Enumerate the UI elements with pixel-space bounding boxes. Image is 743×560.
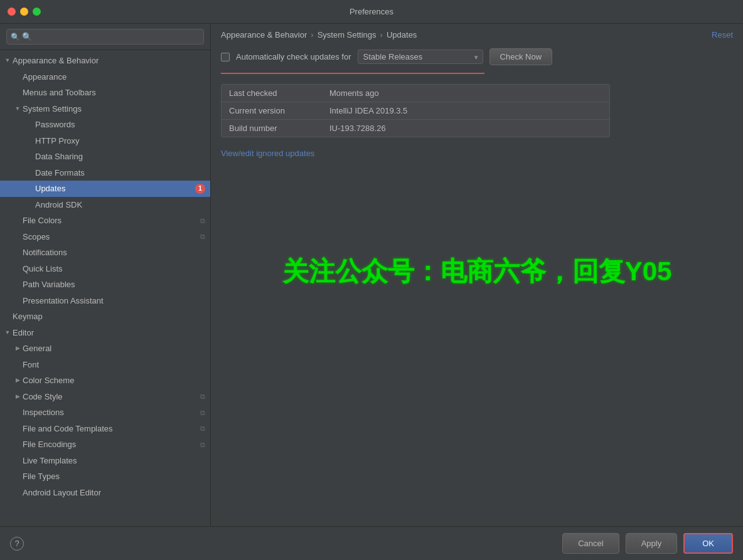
sidebar-item-system-settings[interactable]: ▼ System Settings [0, 101, 210, 117]
breadcrumb: Appearance & Behavior › System Settings … [221, 30, 417, 40]
sidebar-item-path-variables[interactable]: Path Variables [0, 277, 210, 293]
minimize-button[interactable] [20, 8, 28, 16]
release-channel-dropdown-wrap: Stable Releases Beta Releases Early Acce… [358, 50, 483, 64]
check-now-button[interactable]: Check Now [489, 48, 552, 65]
build-number-row: Build number IU-193.7288.26 [222, 120, 609, 137]
sidebar-item-inspections[interactable]: Inspections ⧉ [0, 404, 210, 421]
content-body: Automatically check updates for Stable R… [211, 43, 743, 526]
last-checked-key: Last checked [229, 88, 329, 98]
sidebar-item-presentation-assistant[interactable]: Presentation Assistant [0, 293, 210, 309]
maximize-button[interactable] [33, 8, 41, 16]
sidebar-item-passwords[interactable]: Passwords [0, 117, 210, 133]
build-number-key: Build number [229, 124, 329, 133]
breadcrumb-sep2: › [380, 30, 383, 40]
sidebar-item-http-proxy[interactable]: HTTP Proxy [0, 133, 210, 149]
help-button[interactable]: ? [10, 537, 24, 551]
triangle-icon: ▼ [13, 105, 23, 114]
sidebar-item-android-sdk[interactable]: Android SDK [0, 197, 210, 213]
sidebar: 🔍 ▼ Appearance & Behavior Appearance [0, 24, 211, 526]
window-controls [8, 8, 41, 16]
build-number-val: IU-193.7288.26 [329, 124, 386, 133]
sidebar-item-updates[interactable]: Updates 1 [0, 181, 210, 197]
sidebar-item-file-encodings[interactable]: File Encodings ⧉ [0, 436, 210, 453]
sidebar-item-android-layout-editor[interactable]: Android Layout Editor [0, 485, 210, 501]
breadcrumb-part1: Appearance & Behavior [221, 30, 307, 40]
cancel-button[interactable]: Cancel [562, 533, 619, 554]
sidebar-item-live-templates[interactable]: Live Templates [0, 453, 210, 469]
external-icon: ⧉ [200, 423, 205, 434]
reset-link[interactable]: Reset [712, 30, 733, 40]
auto-check-checkbox[interactable] [221, 53, 230, 61]
current-version-row: Current version IntelliJ IDEA 2019.3.5 [222, 102, 609, 120]
sidebar-item-code-style[interactable]: ▶ Code Style ⧉ [0, 389, 210, 405]
auto-check-label: Automatically check updates for [236, 52, 351, 61]
sidebar-item-appearance-behavior[interactable]: ▼ Appearance & Behavior [0, 53, 210, 69]
release-channel-select[interactable]: Stable Releases Beta Releases Early Acce… [358, 50, 483, 64]
sidebar-item-general[interactable]: ▶ General [0, 341, 210, 357]
auto-check-row: Automatically check updates for Stable R… [221, 48, 733, 65]
title-bar: Preferences [0, 0, 743, 24]
triangle-icon: ▼ [3, 329, 13, 337]
current-version-key: Current version [229, 106, 329, 115]
external-icon: ⧉ [200, 231, 205, 242]
sidebar-tree: ▼ Appearance & Behavior Appearance Menus… [0, 50, 210, 526]
triangle-icon: ▶ [13, 376, 23, 385]
last-checked-row: Last checked Moments ago [222, 85, 609, 102]
current-version-val: IntelliJ IDEA 2019.3.5 [329, 106, 407, 115]
window-title: Preferences [350, 7, 393, 16]
search-icon: 🔍 [11, 33, 20, 41]
external-icon: ⧉ [200, 440, 205, 450]
search-bar: 🔍 [0, 24, 210, 50]
sidebar-item-appearance[interactable]: Appearance [0, 69, 210, 85]
sidebar-item-file-code-templates[interactable]: File and Code Templates ⧉ [0, 421, 210, 437]
close-button[interactable] [8, 8, 16, 16]
sidebar-item-date-formats[interactable]: Date Formats [0, 165, 210, 181]
sidebar-item-color-scheme[interactable]: ▶ Color Scheme [0, 372, 210, 389]
external-icon: ⧉ [200, 391, 205, 402]
sidebar-item-data-sharing[interactable]: Data Sharing [0, 149, 210, 165]
bottom-bar: ? Cancel Apply OK [0, 526, 743, 560]
sidebar-item-keymap[interactable]: Keymap [0, 309, 210, 325]
sidebar-item-font[interactable]: Font [0, 357, 210, 373]
last-checked-val: Moments ago [329, 88, 379, 98]
external-icon: ⧉ [200, 408, 205, 418]
external-icon: ⧉ [200, 216, 205, 226]
sidebar-item-quick-lists[interactable]: Quick Lists [0, 261, 210, 277]
breadcrumb-current: Updates [387, 30, 417, 40]
triangle-icon: ▶ [13, 344, 23, 353]
content-header: Appearance & Behavior › System Settings … [211, 24, 743, 43]
version-info-table: Last checked Moments ago Current version… [221, 84, 610, 137]
sidebar-item-notifications[interactable]: Notifications [0, 245, 210, 261]
progress-bar [221, 73, 484, 74]
triangle-icon: ▼ [3, 56, 13, 65]
sidebar-item-editor[interactable]: ▼ Editor [0, 325, 210, 341]
sidebar-item-file-colors[interactable]: File Colors ⧉ [0, 213, 210, 229]
updates-badge: 1 [195, 184, 205, 194]
breadcrumb-sep1: › [311, 30, 313, 40]
triangle-icon: ▶ [13, 393, 23, 401]
content-area: Appearance & Behavior › System Settings … [211, 24, 743, 526]
apply-button[interactable]: Apply [626, 533, 678, 554]
search-input[interactable] [6, 29, 204, 45]
sidebar-item-scopes[interactable]: Scopes ⧉ [0, 229, 210, 245]
view-edit-link[interactable]: View/edit ignored updates [221, 149, 314, 158]
sidebar-item-file-types[interactable]: File Types [0, 468, 210, 485]
ok-button[interactable]: OK [683, 533, 733, 554]
breadcrumb-part2: System Settings [318, 30, 377, 40]
bottom-actions: Cancel Apply OK [562, 533, 733, 554]
sidebar-item-menus-toolbars[interactable]: Menus and Toolbars [0, 85, 210, 101]
